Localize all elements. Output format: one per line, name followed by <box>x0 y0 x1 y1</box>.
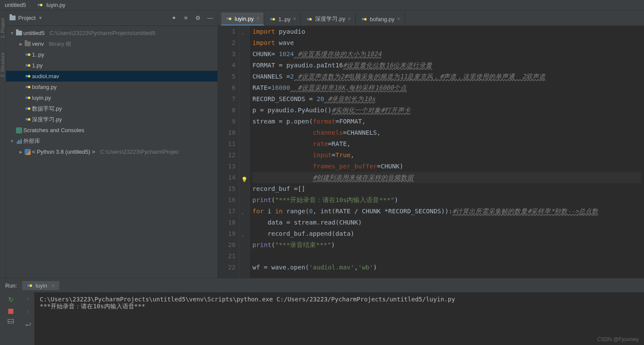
chevron-icon[interactable]: ▼ <box>10 31 15 35</box>
line-number[interactable]: 12 <box>221 149 236 161</box>
line-number[interactable]: 11 <box>221 138 236 149</box>
line-number[interactable]: 9 <box>221 116 236 127</box>
close-icon[interactable]: × <box>397 16 400 22</box>
line-number[interactable]: 8 <box>221 104 236 116</box>
line-number[interactable]: 19 <box>221 228 236 239</box>
tree-item[interactable]: ▼untitled5 C:\Users\23223\PycharmProject… <box>6 28 217 38</box>
python-file-icon <box>37 2 43 8</box>
run-label: Run: <box>5 282 17 289</box>
editor-tab[interactable]: bofang.py× <box>357 13 405 25</box>
breadcrumb-root[interactable]: untitled5 <box>5 2 26 8</box>
tree-item[interactable]: 1..py <box>6 49 217 60</box>
tree-item[interactable]: ▶venv library 根 <box>6 38 217 49</box>
code-line: print("***开始录音：请在10s内输入语音***") <box>252 194 641 206</box>
project-view-selector[interactable]: Project <box>18 15 35 21</box>
tree-item[interactable]: audiol,mav <box>6 71 217 82</box>
code-line: RATE=16000 #设置采样率16K,每秒采样16000个点 <box>252 82 641 93</box>
chevron-down-icon: ▼ <box>38 16 42 20</box>
project-tree[interactable]: ▼untitled5 C:\Users\23223\PycharmProject… <box>6 26 217 278</box>
python-file-icon <box>306 16 312 22</box>
line-number[interactable]: 7 <box>221 93 236 104</box>
breadcrumb: untitled5 〉 luyin.py <box>0 0 644 10</box>
gear-icon[interactable]: ⚙ <box>194 14 202 22</box>
code-line: print("***录音结束***") <box>252 239 641 250</box>
scroll-down-icon[interactable]: ↑ <box>26 308 29 315</box>
line-number-gutter[interactable]: 12345678910111213141516171819202122 <box>218 26 239 278</box>
editor-body: 12345678910111213141516171819202122 −−−💡… <box>218 26 644 278</box>
line-number[interactable]: 14 <box>221 172 236 183</box>
tree-item[interactable]: ▶< Python 3.8 (untitled5) > C:\Users\232… <box>6 146 217 157</box>
line-number[interactable]: 2 <box>221 37 236 48</box>
line-number[interactable]: 4 <box>221 60 236 71</box>
line-number[interactable]: 17 <box>221 206 236 217</box>
left-gutter-tabs: 1: Project 2: Structure <box>0 10 6 278</box>
run-output[interactable]: C:\Users\23223\PycharmProjects\untitled5… <box>35 292 644 345</box>
close-icon[interactable]: × <box>256 16 259 22</box>
tree-item[interactable]: ▼外部库 <box>6 136 217 146</box>
line-number[interactable]: 22 <box>221 262 236 273</box>
close-icon[interactable]: × <box>348 16 351 22</box>
line-number[interactable]: 16 <box>221 194 236 206</box>
lightbulb-icon[interactable]: 💡 <box>241 174 248 185</box>
close-icon[interactable]: × <box>51 282 55 289</box>
line-number[interactable]: 10 <box>221 127 236 138</box>
tree-item[interactable]: Scratches and Consoles <box>6 125 217 136</box>
fold-icon[interactable]: − <box>241 208 244 219</box>
scroll-up-icon[interactable]: ↑ <box>26 296 29 302</box>
chevron-icon[interactable]: ▼ <box>10 139 15 143</box>
code-line: record_buf =[] <box>252 183 641 194</box>
code-line: p = pyaudio.PyAudio()#实例化一个对象#打开声卡 <box>252 104 641 116</box>
run-tool-window: Run: luyin × ↻ ↑ ↑ ⮐ C:\Users\23223\Pych… <box>0 278 644 345</box>
line-number[interactable]: 15 <box>221 183 236 194</box>
collapse-icon[interactable]: ≡ <box>182 14 190 22</box>
watermark: CSDN @Fjourney <box>597 336 639 342</box>
close-icon[interactable]: × <box>293 16 296 22</box>
python-sdk-icon <box>25 149 31 155</box>
locate-icon[interactable]: ✦ <box>170 14 178 22</box>
editor-tab[interactable]: luyin.py× <box>221 13 264 25</box>
fold-gutter[interactable]: −−−💡 <box>239 26 250 278</box>
run-actions-gutter-2: ↑ ↑ ⮐ <box>22 292 35 345</box>
line-number[interactable]: 1 <box>221 26 236 37</box>
tree-item[interactable]: 深度学习.py <box>6 114 217 125</box>
stop-icon[interactable] <box>8 309 13 314</box>
python-file-icon <box>25 95 31 101</box>
breadcrumb-file[interactable]: luyin.py <box>37 2 67 8</box>
project-tool-tab[interactable]: 1: Project <box>0 15 5 41</box>
line-number[interactable]: 3 <box>221 48 236 60</box>
line-number[interactable]: 13 <box>221 161 236 172</box>
layout-icon[interactable] <box>8 319 14 323</box>
tree-item[interactable]: 数据手写.py <box>6 103 217 114</box>
rerun-icon[interactable]: ↻ <box>8 296 14 304</box>
line-number[interactable]: 5 <box>221 71 236 82</box>
hide-icon[interactable]: — <box>206 14 214 22</box>
line-number[interactable]: 21 <box>221 250 236 262</box>
fold-icon[interactable]: − <box>241 231 244 242</box>
fold-icon[interactable]: − <box>241 28 244 40</box>
tree-item[interactable]: bofang.py <box>6 82 217 92</box>
python-file-icon <box>25 105 31 112</box>
tree-item[interactable]: 1.py <box>6 60 217 71</box>
editor-tab[interactable]: 深度学习.py× <box>302 13 355 25</box>
python-file-icon <box>25 73 31 79</box>
run-config-tab[interactable]: luyin × <box>22 281 59 290</box>
folder-icon <box>10 16 16 20</box>
soft-wrap-icon[interactable]: ⮐ <box>25 321 31 328</box>
run-output-line: ***开始录音：请在10s内输入语音*** <box>40 303 639 310</box>
chevron-icon[interactable]: ▶ <box>18 42 23 46</box>
editor-area: luyin.py×1..py×深度学习.py×bofang.py× 123456… <box>218 10 644 278</box>
code-editor[interactable]: import pyaudioimport waveCHUNK= 1024 #设置… <box>250 26 644 278</box>
tree-item[interactable]: luyin.py <box>6 92 217 103</box>
run-actions-gutter: ↻ <box>0 292 22 345</box>
code-line: data = stream.read(CHUNK) <box>252 217 641 228</box>
code-line: record_buf.append(data) <box>252 228 641 239</box>
library-icon <box>17 139 22 144</box>
python-file-icon <box>25 116 31 123</box>
project-panel: Project ▼ ✦ ≡ ⚙ — ▼untitled5 C:\Users\23… <box>6 10 218 278</box>
line-number[interactable]: 20 <box>221 239 236 250</box>
chevron-icon[interactable]: ▶ <box>18 150 23 154</box>
structure-tool-tab[interactable]: 2: Structure <box>0 49 5 81</box>
line-number[interactable]: 6 <box>221 82 236 93</box>
editor-tab[interactable]: 1..py× <box>265 13 301 25</box>
line-number[interactable]: 18 <box>221 217 236 228</box>
